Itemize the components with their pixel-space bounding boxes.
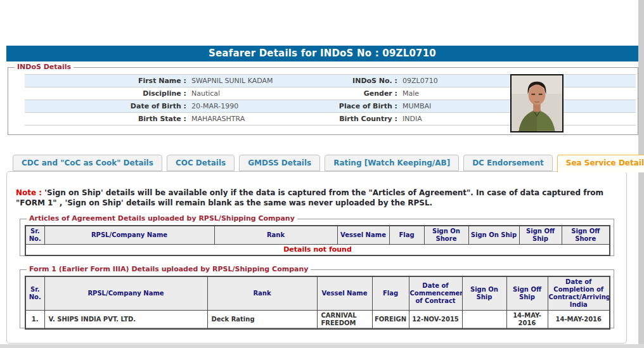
column-header: Rank [214,226,337,245]
indos-details-section: INDoS Details First Name :SWAPNIL SUNIL … [8,67,638,135]
column-header: Rank [207,276,317,311]
cell: V. SHIPS INDIA PVT. LTD. [44,311,207,330]
cell [462,311,506,330]
articles-table: Sr. No.RPSL/Company NameRankVessel NameF… [25,225,610,256]
tab-dc-endorsement[interactable]: DC Endorsement [463,155,553,171]
note-label: Note : [16,188,42,197]
field-label: INDoS No. : [296,75,397,87]
cell: Deck Rating [207,311,317,330]
column-header: Sign On Shore [424,226,468,245]
sea-service-panel: Note : 'Sign on Ship' details will be av… [6,171,627,344]
field-label: Birth Country : [296,113,397,125]
column-header: RPSL/Company Name [44,276,207,311]
table-row: 1.V. SHIPS INDIA PVT. LTD.Deck RatingCAR… [25,311,610,330]
tab-sea-service-details[interactable]: Sea Service Details [557,155,644,172]
page-title: Seafarer Details for INDoS No : 09ZL0710 [6,46,638,61]
form1-section: Form 1 (Earlier Form IIIA) Details uploa… [20,269,614,328]
tab-rating-watch-keeping-ab[interactable]: Rating [Watch Keeping/AB] [325,155,459,171]
column-header: Flag [389,226,424,245]
field-value: MAHARASHTRA [186,113,296,125]
column-header: RPSL/Company Name [44,226,214,245]
portrait-illustration [512,75,562,131]
vertical-scrollbar[interactable] [638,0,644,348]
column-header: Date of Commencement of Contract [409,276,462,311]
field-value: SWAPNIL SUNIL KADAM [186,75,296,87]
detail-tabs: CDC and "CoC as Cook" DetailsCOC Details… [13,155,644,172]
field-value: 20-MAR-1990 [186,100,296,112]
column-header: Flag [372,276,409,311]
tab-gmdss-details[interactable]: GMDSS Details [239,155,320,171]
column-header: Sign Off Shore [562,226,610,245]
form1-legend: Form 1 (Earlier Form IIIA) Details uploa… [27,265,311,274]
articles-legend: Articles of Agreement Details uploaded b… [27,214,297,223]
field-label: Birth State : [25,113,186,125]
cell: 14-MAY-2016 [548,311,610,330]
empty-message: Details not found [25,245,610,256]
header-row: Sr. No.RPSL/Company NameRankVessel NameF… [25,226,610,245]
column-header: Sr. No. [25,226,44,245]
form1-table: Sr. No.RPSL/Company NameRankVessel NameF… [25,276,610,330]
column-header: Vessel Name [337,226,389,245]
field-value: Nautical [186,87,296,100]
field-label: First Name : [25,75,186,87]
field-label: Date of Birth : [25,100,186,112]
tab-coc-details[interactable]: COC Details [167,155,235,171]
column-header: Sr. No. [25,276,44,311]
cell: 12-NOV-2015 [409,311,462,330]
cell: 14-MAY-2016 [506,311,548,330]
field-label: Place of Birth : [296,100,397,112]
column-header: Vessel Name [317,276,372,311]
field-label: Discipline : [25,87,186,100]
note-text: 'Sign on Ship' details will be available… [16,188,603,207]
field-label: Gender : [296,87,397,100]
column-header: Date of Completion of Contract/Arriving … [548,276,610,311]
column-header: Sign Off Ship [519,226,562,245]
horizontal-scrollbar[interactable] [0,344,644,348]
articles-of-agreement-section: Articles of Agreement Details uploaded b… [20,219,614,256]
cell: CARNIVAL FREEDOM [317,311,372,330]
tab-cdc-and-coc-as-cook-details[interactable]: CDC and "CoC as Cook" Details [13,155,162,171]
cell: FOREIGN [372,311,409,330]
seafarer-photo [510,74,564,132]
empty-row: Details not found [25,245,610,256]
cell: 1. [25,311,44,330]
column-header: Sign Off Ship [506,276,548,311]
sign-on-ship-note: Note : 'Sign on Ship' details will be av… [16,188,619,208]
column-header: Sign On Ship [468,226,519,245]
indos-details-legend: INDoS Details [15,63,74,72]
header-row: Sr. No.RPSL/Company NameRankVessel NameF… [25,276,610,311]
column-header: Sign On Ship [462,276,506,311]
